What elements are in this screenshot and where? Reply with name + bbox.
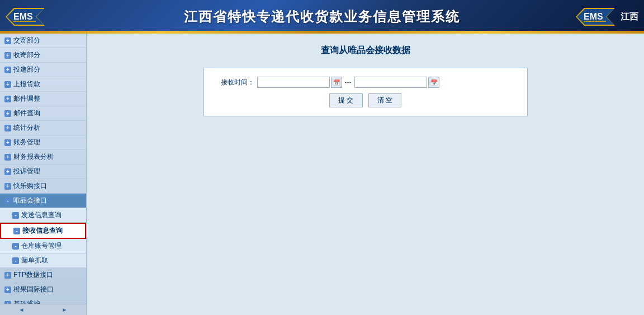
main-layout: + 交寄部分 + 收寄部分 + 投递部分 + 上报货款 + 邮件调整 + 邮件查… [0, 34, 644, 315]
plus-icon: + [4, 154, 11, 161]
plus-icon: + [4, 110, 11, 117]
sidebar-item-caiwu[interactable]: + 财务报表分析 [0, 150, 86, 164]
svg-text:EMS: EMS [584, 12, 603, 21]
sidebar-item-kuaile[interactable]: + 快乐购接口 [0, 179, 86, 194]
sidebar-item-loudan[interactable]: - 漏单抓取 [0, 253, 86, 268]
sidebar-label: 快乐购接口 [13, 181, 47, 191]
sidebar-label: 财务报表分析 [13, 152, 54, 162]
header: EMS 江西省特快专递代收货款业务信息管理系统 EMS 江西 [0, 0, 644, 34]
sidebar-label: FTP数据接口 [13, 270, 53, 280]
sidebar-item-shouzhi[interactable]: + 收寄部分 [0, 48, 86, 63]
sidebar-item-pingguo[interactable]: + 橙果国际接口 [0, 283, 86, 297]
sidebar-label: 统计分析 [13, 123, 40, 133]
sidebar-scroll-left[interactable]: ◄ [0, 304, 43, 315]
calendar-start-button[interactable]: 📅 [331, 77, 342, 88]
separator: --- [345, 78, 352, 86]
plus-icon: + [4, 96, 11, 102]
plus-icon: + [4, 183, 11, 190]
plus-icon: + [4, 81, 11, 88]
receive-time-end-input[interactable] [354, 77, 427, 88]
minus-icon: - [4, 198, 11, 204]
sidebar-item-zhangwu[interactable]: + 账务管理 [0, 135, 86, 150]
receive-time-row: 接收时间： 📅 --- 📅 [215, 77, 516, 88]
query-form: 接收时间： 📅 --- 📅 提 交 清 空 [203, 68, 528, 116]
sidebar-item-tousong[interactable]: + 投递部分 [0, 63, 86, 77]
sidebar-label: 发送信息查询 [21, 210, 61, 220]
minus-icon: - [12, 243, 19, 250]
sidebar-label: 仓库账号管理 [21, 241, 61, 251]
sidebar-item-shangbao[interactable]: + 上报货款 [0, 77, 86, 92]
sidebar-item-fasong[interactable]: - 发送信息查询 [0, 208, 86, 223]
plus-icon: + [4, 37, 11, 44]
sidebar-item-chaxun[interactable]: + 邮件查询 [0, 106, 86, 121]
page-title: 江西省特快专递代收货款业务信息管理系统 [184, 8, 460, 26]
sidebar-label: 橙果国际接口 [13, 285, 54, 294]
ems-logo-right: EMS [576, 5, 615, 29]
sidebar-bottom: ◄ ► [0, 304, 86, 315]
plus-icon: + [4, 286, 11, 293]
sidebar-label: 唯品会接口 [13, 196, 47, 205]
header-right: EMS 江西 [576, 5, 638, 29]
sidebar-label: 投诉管理 [13, 167, 40, 176]
calendar-end-icon: 📅 [430, 79, 437, 86]
ems-logo-left: EMS [6, 5, 45, 29]
plus-icon: + [4, 139, 11, 146]
content-title: 查询从唯品会接收数据 [321, 45, 410, 57]
minus-icon: - [13, 228, 20, 234]
sidebar-item-jiaoji[interactable]: + 交寄部分 [0, 34, 86, 48]
sidebar-label: 收寄部分 [13, 50, 40, 60]
sidebar-item-jieshou[interactable]: - 接收信息查询 [0, 223, 86, 239]
clear-button[interactable]: 清 空 [368, 93, 401, 107]
plus-icon: + [4, 67, 11, 73]
sidebar-item-cangku[interactable]: - 仓库账号管理 [0, 239, 86, 253]
minus-icon: - [12, 257, 19, 264]
plus-icon: + [4, 125, 11, 131]
sidebar-label: 接收信息查询 [22, 226, 63, 236]
sidebar-item-ftp[interactable]: + FTP数据接口 [0, 268, 86, 283]
sidebar-label: 邮件调整 [13, 94, 40, 104]
form-buttons: 提 交 清 空 [215, 93, 516, 107]
calendar-start-icon: 📅 [333, 79, 340, 86]
sidebar-label: 上报货款 [13, 79, 40, 89]
calendar-end-button[interactable]: 📅 [428, 77, 439, 88]
sidebar-item-tousu[interactable]: + 投诉管理 [0, 164, 86, 179]
content-area: 查询从唯品会接收数据 接收时间： 📅 --- 📅 提 交 清 空 [87, 34, 644, 315]
sidebar-label: 邮件查询 [13, 109, 40, 118]
header-logo-left: EMS [6, 5, 45, 29]
minus-icon: - [12, 212, 19, 219]
sidebar-item-youjian[interactable]: + 邮件调整 [0, 92, 86, 106]
svg-text:EMS: EMS [13, 12, 33, 21]
plus-icon: + [4, 272, 11, 279]
sidebar-label: 交寄部分 [13, 36, 40, 45]
plus-icon: + [4, 52, 11, 59]
sidebar: + 交寄部分 + 收寄部分 + 投递部分 + 上报货款 + 邮件调整 + 邮件查… [0, 34, 87, 315]
header-right-text: 江西 [621, 11, 638, 23]
sidebar-item-weidian[interactable]: - 唯品会接口 [0, 194, 86, 208]
sidebar-item-tongji[interactable]: + 统计分析 [0, 121, 86, 135]
sidebar-label: 账务管理 [13, 138, 40, 147]
sidebar-label: 投递部分 [13, 65, 40, 74]
receive-time-start-input[interactable] [257, 77, 330, 88]
submit-button[interactable]: 提 交 [329, 93, 362, 107]
receive-time-label: 接收时间： [215, 78, 254, 87]
sidebar-label: 漏单抓取 [21, 256, 48, 265]
sidebar-scroll-right[interactable]: ► [43, 304, 86, 315]
plus-icon: + [4, 168, 11, 175]
